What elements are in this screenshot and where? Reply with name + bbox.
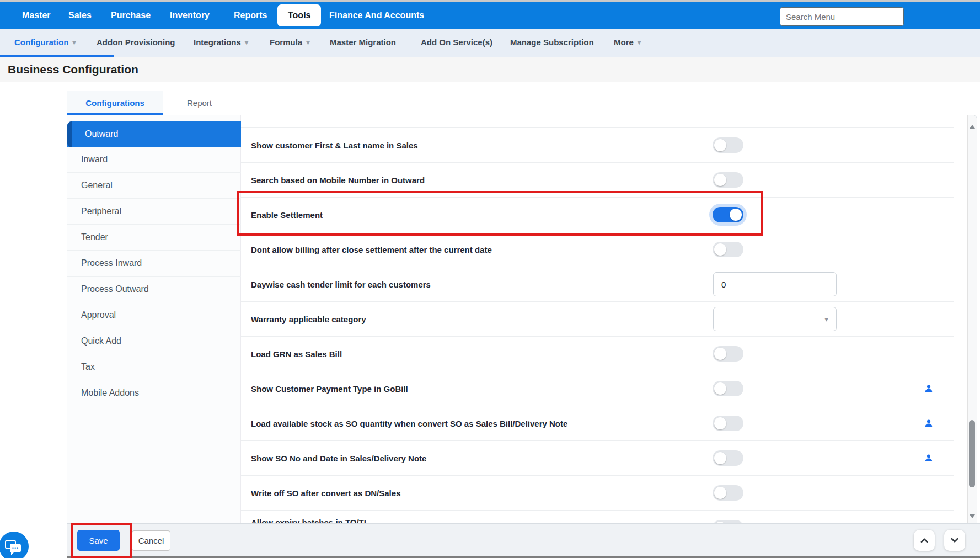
sidebar-item-quick-add[interactable]: Quick Add (67, 328, 241, 354)
toggle-knob (714, 174, 726, 186)
config-category-list: Outward Inward General Peripheral Tender… (67, 121, 241, 406)
save-button[interactable]: Save (77, 530, 120, 551)
subnav-more-label: More (614, 38, 634, 47)
app-window: Master Sales Purchase Inventory Reports … (0, 0, 980, 558)
warranty-category-select[interactable]: ▾ (713, 307, 837, 331)
page-title-bar: Business Configuration (0, 57, 980, 82)
menu-reports[interactable]: Reports (234, 2, 267, 29)
user-level-config-icon[interactable] (924, 419, 933, 428)
main-menu-bar: Master Sales Purchase Inventory Reports … (0, 2, 980, 29)
toggle-switch[interactable] (713, 450, 743, 466)
tools-subnav: Configuration ▾ Addon Provisioning Integ… (0, 29, 980, 57)
setting-label: Warranty applicable category (251, 315, 366, 324)
sidebar-item-approval[interactable]: Approval (67, 302, 241, 328)
chevron-down-icon: ▾ (638, 39, 641, 46)
subnav-more[interactable]: More ▾ (614, 29, 641, 55)
menu-sales[interactable]: Sales (68, 2, 92, 29)
setting-label: Enable Settlement (251, 210, 323, 220)
tab-report[interactable]: Report (163, 91, 236, 115)
setting-row: Show Customer Payment Type in GoBill (241, 371, 954, 406)
sidebar-item-process-outward[interactable]: Process Outward (67, 277, 241, 302)
sidebar-item-tax[interactable]: Tax (67, 354, 241, 380)
config-tabs: Configurations Report (67, 91, 236, 115)
tab-configurations[interactable]: Configurations (67, 91, 163, 115)
footer-bar (67, 523, 980, 556)
chevron-down-icon: ▾ (306, 39, 310, 46)
toggle-switch[interactable] (713, 242, 743, 257)
toggle-switch[interactable] (713, 137, 743, 153)
scroll-down-arrow-icon[interactable] (970, 514, 975, 518)
subnav-configuration[interactable]: Configuration ▾ (14, 29, 76, 55)
sidebar-item-inward[interactable]: Inward (67, 147, 241, 173)
config-category-sidebar: Outward Inward General Peripheral Tender… (67, 115, 241, 523)
toggle-switch[interactable] (713, 207, 743, 222)
daywise-limit-input[interactable] (713, 272, 837, 296)
sidebar-item-general[interactable]: General (67, 173, 241, 199)
toggle-switch[interactable] (713, 346, 743, 362)
toggle-switch[interactable] (713, 172, 743, 188)
toggle-knob (714, 139, 726, 151)
subnav-formula-label: Formula (270, 38, 302, 47)
setting-label: Dont allow billing after close settlemen… (251, 245, 492, 254)
toggle-knob (714, 487, 726, 499)
user-level-config-icon[interactable] (924, 454, 933, 463)
subnav-master-migration-label: Master Migration (330, 38, 396, 47)
setting-row-partially-visible: Allow expiry batches in TO/TI (241, 511, 954, 523)
sidebar-item-process-inward[interactable]: Process Inward (67, 251, 241, 277)
scrollbar-thumb[interactable] (969, 420, 975, 487)
setting-row: Show SO No and Date in Sales/Delivery No… (241, 441, 954, 476)
toggle-switch[interactable] (713, 485, 743, 501)
subnav-integrations-label: Integrations (194, 38, 241, 47)
toggle-knob (714, 417, 726, 429)
sidebar-item-outward[interactable]: Outward (67, 121, 241, 147)
scroll-up-arrow-icon[interactable] (970, 125, 975, 129)
chat-support-launcher[interactable]: ••• (0, 532, 29, 558)
configuration-panel: Outward Inward General Peripheral Tender… (67, 115, 977, 523)
setting-row: Dont allow billing after close settlemen… (241, 232, 954, 267)
user-level-config-icon[interactable] (924, 384, 933, 393)
menu-master[interactable]: Master (22, 2, 51, 29)
subnav-manage-subscription-label: Manage Subscription (510, 38, 594, 47)
subnav-integrations[interactable]: Integrations ▾ (194, 29, 248, 55)
subnav-formula[interactable]: Formula ▾ (270, 29, 310, 55)
chat-bubble-tail (11, 551, 15, 555)
scroll-to-bottom-button[interactable] (944, 530, 965, 551)
toggle-knob (714, 452, 726, 464)
chevron-down-icon: ▾ (245, 39, 249, 46)
setting-row: Load available stock as SO quantity when… (241, 406, 954, 441)
setting-row: Daywise cash tender limit for each custo… (241, 267, 954, 302)
search-menu-input[interactable] (780, 7, 904, 26)
sidebar-item-tender[interactable]: Tender (67, 225, 241, 251)
setting-row: Search based on Mobile Number in Outward (241, 163, 954, 198)
sidebar-item-mobile-addons[interactable]: Mobile Addons (67, 380, 241, 406)
subnav-addon-provisioning[interactable]: Addon Provisioning (97, 29, 175, 55)
cancel-button[interactable]: Cancel (132, 530, 170, 551)
setting-row: Show customer First & Last name in Sales (241, 128, 954, 163)
settings-list: Show customer First & Last name in Sales… (241, 115, 968, 523)
subnav-addon-provisioning-label: Addon Provisioning (97, 38, 175, 47)
setting-label: Daywise cash tender limit for each custo… (251, 280, 431, 289)
menu-finance-and-accounts[interactable]: Finance And Accounts (329, 2, 424, 29)
setting-row: Write off SO after convert as DN/Sales (241, 476, 954, 511)
toggle-switch[interactable] (713, 381, 743, 396)
setting-row: Warranty applicable category ▾ (241, 302, 954, 337)
menu-inventory[interactable]: Inventory (170, 2, 210, 29)
setting-row: Load GRN as Sales Bill (241, 337, 954, 371)
setting-label: Show Customer Payment Type in GoBill (251, 384, 408, 394)
toggle-knob (714, 348, 726, 360)
menu-tools-active[interactable]: Tools (277, 4, 321, 26)
toggle-knob (714, 382, 726, 395)
subnav-master-migration[interactable]: Master Migration (330, 29, 396, 55)
vertical-scrollbar[interactable] (967, 115, 977, 523)
setting-row-enable-settlement: Enable Settlement (241, 198, 954, 232)
scroll-to-top-button[interactable] (914, 530, 935, 551)
scrolled-row-remnant (241, 115, 954, 128)
page-title: Business Configuration (8, 63, 138, 76)
toggle-switch[interactable] (713, 416, 743, 431)
subnav-configuration-label: Configuration (14, 38, 68, 47)
setting-label: Show SO No and Date in Sales/Delivery No… (251, 454, 426, 463)
subnav-manage-subscription[interactable]: Manage Subscription (510, 29, 594, 55)
subnav-add-on-services[interactable]: Add On Service(s) (421, 29, 492, 55)
sidebar-item-peripheral[interactable]: Peripheral (67, 199, 241, 225)
menu-purchase[interactable]: Purchase (111, 2, 151, 29)
